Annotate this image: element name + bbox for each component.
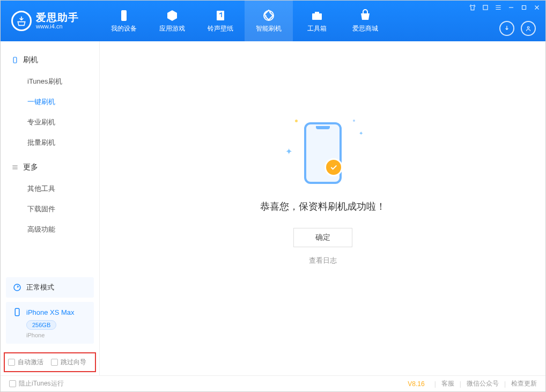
titlebar: 爱思助手 www.i4.cn 我的设备 应用游戏 铃声壁纸 智能刷机 工具箱 爱…	[1, 1, 545, 41]
device-mode-box[interactable]: 正常模式	[6, 277, 94, 298]
app-logo-icon	[11, 11, 32, 31]
download-icon[interactable]	[499, 21, 514, 36]
tab-ringtone-wallpaper[interactable]: 铃声壁纸	[196, 1, 245, 41]
device-info-box[interactable]: iPhone XS Max 256GB iPhone	[6, 302, 94, 344]
checkbox-block-itunes[interactable]: 阻止iTunes运行	[9, 379, 64, 388]
tab-label: 爱思商城	[352, 24, 378, 33]
checkbox-icon	[51, 359, 58, 366]
svg-rect-1	[217, 11, 224, 20]
svg-point-7	[527, 27, 529, 29]
sidebar-item-pro-flash[interactable]: 专业刷机	[1, 112, 99, 132]
tab-label: 智能刷机	[256, 24, 282, 33]
tab-apps-games[interactable]: 应用游戏	[148, 1, 196, 41]
svg-rect-8	[13, 57, 17, 63]
logo-area: 爱思助手 www.i4.cn	[1, 11, 100, 31]
device-storage-badge: 256GB	[26, 320, 56, 330]
sidebar: 刷机 iTunes刷机 一键刷机 专业刷机 批量刷机 更多 其他工具 下载固件 …	[1, 41, 100, 375]
phone-icon	[12, 307, 22, 317]
sidebar-section-flash: 刷机	[1, 51, 99, 69]
app-name: 爱思助手	[36, 12, 79, 24]
svg-rect-10	[15, 308, 19, 316]
tab-my-device[interactable]: 我的设备	[100, 1, 148, 41]
phone-icon	[11, 56, 19, 64]
box-icon[interactable]	[481, 3, 490, 12]
app-url: www.i4.cn	[36, 23, 79, 29]
list-icon	[11, 164, 19, 171]
tab-store[interactable]: 爱思商城	[341, 1, 389, 41]
checkbox-skip-guide[interactable]: 跳过向导	[51, 358, 86, 367]
checkbox-icon	[9, 380, 16, 387]
check-update-link[interactable]: 检查更新	[511, 379, 537, 388]
statusbar: 阻止iTunes运行 V8.16 | 客服 | 微信公众号 | 检查更新	[1, 375, 545, 391]
window-controls	[468, 3, 541, 12]
checkbox-auto-activate[interactable]: 自动激活	[8, 358, 43, 367]
tab-label: 我的设备	[111, 24, 137, 33]
ok-button[interactable]: 确定	[293, 228, 352, 247]
svg-rect-4	[315, 12, 319, 13]
shirt-icon[interactable]	[468, 3, 477, 12]
result-message: 恭喜您，保资料刷机成功啦！	[260, 200, 386, 213]
maximize-icon[interactable]	[520, 3, 528, 12]
refresh-icon	[12, 283, 22, 292]
checkbox-icon	[8, 359, 15, 366]
tab-smart-flash[interactable]: 智能刷机	[245, 1, 293, 41]
content-area: ✦ ✦ 恭喜您，保资料刷机成功啦！ 确定 查看日志	[100, 41, 545, 375]
nav-tabs: 我的设备 应用游戏 铃声壁纸 智能刷机 工具箱 爱思商城	[100, 1, 389, 41]
tab-toolbox[interactable]: 工具箱	[293, 1, 341, 41]
tab-label: 应用游戏	[159, 24, 185, 33]
view-log-link[interactable]: 查看日志	[309, 256, 337, 265]
minimize-icon[interactable]	[507, 3, 515, 12]
close-icon[interactable]	[533, 3, 541, 12]
device-type: iPhone	[26, 332, 87, 338]
tab-label: 铃声壁纸	[208, 24, 233, 33]
highlighted-checkbox-area: 自动激活 跳过向导	[4, 352, 96, 372]
svg-rect-0	[121, 10, 127, 21]
support-link[interactable]: 客服	[441, 379, 454, 388]
sidebar-item-download-firmware[interactable]: 下载固件	[1, 199, 99, 219]
user-icon[interactable]	[521, 21, 536, 36]
tab-label: 工具箱	[307, 24, 327, 33]
sidebar-item-oneclick-flash[interactable]: 一键刷机	[1, 92, 99, 112]
sidebar-item-batch-flash[interactable]: 批量刷机	[1, 132, 99, 153]
sidebar-item-other-tools[interactable]: 其他工具	[1, 179, 99, 199]
phone-icon	[304, 122, 342, 184]
sidebar-section-more: 更多	[1, 158, 99, 176]
svg-rect-3	[312, 13, 322, 20]
success-illustration: ✦ ✦	[285, 120, 360, 184]
check-badge-icon	[324, 158, 343, 176]
svg-rect-6	[522, 6, 526, 10]
wechat-link[interactable]: 微信公众号	[467, 379, 499, 388]
sidebar-item-itunes-flash[interactable]: iTunes刷机	[1, 71, 99, 92]
version-label: V8.16	[408, 380, 424, 388]
header-action-circles	[499, 21, 536, 36]
menu-icon[interactable]	[494, 3, 503, 12]
svg-rect-5	[483, 5, 488, 10]
sidebar-item-advanced[interactable]: 高级功能	[1, 219, 99, 240]
device-name: iPhone XS Max	[26, 308, 75, 316]
